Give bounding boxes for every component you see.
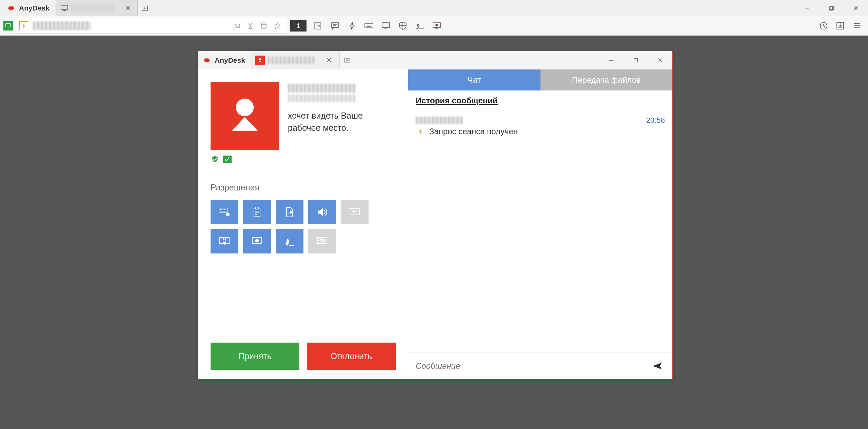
popup-tab-close-icon[interactable]: ✕ <box>324 56 334 65</box>
request-left-pane: хочет видеть Ваше рабочее место. Разреше… <box>198 69 408 379</box>
history-icon[interactable] <box>816 18 831 33</box>
tab-chat[interactable]: Чат <box>408 69 540 90</box>
whiteboard-icon[interactable] <box>412 18 427 33</box>
main-toolbar: 1 <box>0 16 868 36</box>
popup-window-controls <box>599 51 672 69</box>
popup-close-button[interactable] <box>648 51 672 69</box>
popup-app-name: AnyDesk <box>215 56 245 64</box>
monitor-verified-icon <box>223 155 232 164</box>
incoming-request-popup: AnyDesk ✕ хочет видеть <box>198 51 673 380</box>
svg-point-6 <box>261 23 266 25</box>
disconnect-icon[interactable] <box>311 18 326 33</box>
svg-rect-26 <box>223 240 226 242</box>
accept-button[interactable]: Принять <box>211 343 299 370</box>
shield-icon[interactable] <box>395 18 410 33</box>
message-time: 23:58 <box>646 116 665 125</box>
main-window-titlebar: AnyDesk ✕ <box>0 0 868 16</box>
svg-rect-25 <box>220 238 229 244</box>
action-buttons: Принять Отклонить <box>211 343 396 370</box>
disk-icon[interactable] <box>259 21 268 30</box>
popup-logo: AnyDesk <box>198 56 250 65</box>
anydesk-logo-icon <box>203 56 213 65</box>
address-bar[interactable] <box>15 18 286 34</box>
session-tab[interactable]: ✕ <box>56 0 138 16</box>
permission-vpn-button[interactable] <box>341 200 369 224</box>
popup-minimize-button[interactable] <box>599 51 624 69</box>
tab-file-transfer[interactable]: Передача файлов <box>540 69 673 90</box>
maximize-button[interactable] <box>819 0 844 16</box>
requester-id-obscured <box>288 95 356 102</box>
svg-rect-9 <box>365 24 373 28</box>
user-badge-icon <box>255 56 265 65</box>
chat-input-bar <box>408 352 672 379</box>
chat-history-header: История сообщений <box>408 90 672 110</box>
chat-icon[interactable] <box>328 18 342 33</box>
popup-tab-label-obscured <box>268 57 315 64</box>
permission-record-button[interactable] <box>243 229 271 253</box>
chat-input[interactable] <box>416 361 645 371</box>
message-sender-obscured <box>416 117 463 124</box>
permission-lock-button[interactable] <box>211 229 238 253</box>
menu-icon[interactable] <box>850 18 865 33</box>
new-tab-button[interactable] <box>138 1 152 15</box>
connection-status-icon <box>3 21 13 30</box>
chat-tabs: Чат Передача файлов <box>408 69 672 90</box>
monitor-icon <box>61 5 68 11</box>
remote-address-obscured <box>33 21 91 30</box>
anydesk-logo-icon <box>7 3 17 13</box>
trust-status-row <box>211 155 396 164</box>
hourglass-icon[interactable] <box>246 21 255 30</box>
svg-rect-20 <box>219 208 227 213</box>
svg-rect-0 <box>61 5 68 10</box>
requester-avatar <box>211 82 279 150</box>
svg-rect-10 <box>382 23 390 27</box>
permission-file-button[interactable] <box>276 200 303 224</box>
svg-rect-4 <box>6 24 11 27</box>
permission-clipboard-button[interactable] <box>243 200 271 224</box>
session-request-icon <box>416 127 425 136</box>
permission-audio-button[interactable] <box>308 200 336 224</box>
send-button[interactable] <box>651 359 665 373</box>
permissions-title: Разрешения <box>211 183 396 192</box>
download-icon[interactable] <box>833 18 848 33</box>
close-window-button[interactable] <box>844 0 868 16</box>
app-name: AnyDesk <box>19 4 50 12</box>
popup-titlebar[interactable]: AnyDesk ✕ <box>198 51 672 69</box>
display-icon[interactable] <box>378 18 393 33</box>
anydesk-logo: AnyDesk <box>3 3 54 13</box>
session-badge-icon <box>19 21 28 30</box>
svg-point-12 <box>436 24 438 26</box>
tab-label-obscured <box>72 5 116 12</box>
window-controls <box>795 0 868 16</box>
popup-tab[interactable]: ✕ <box>250 51 340 69</box>
close-tab-icon[interactable]: ✕ <box>124 4 133 13</box>
star-icon[interactable] <box>273 21 282 30</box>
svg-point-28 <box>255 239 259 242</box>
message-text: Запрос сеанса получен <box>429 127 518 136</box>
svg-rect-8 <box>332 23 338 27</box>
display-number-badge[interactable]: 1 <box>290 20 307 32</box>
chat-history-body: 23:58 Запрос сеанса получен <box>408 110 672 352</box>
permissions-grid <box>211 200 373 253</box>
permission-privacy-button[interactable] <box>308 229 336 253</box>
svg-point-18 <box>236 99 254 116</box>
popup-maximize-button[interactable] <box>624 51 648 69</box>
record-icon[interactable] <box>429 18 444 33</box>
request-right-pane: Чат Передача файлов История сообщений 23… <box>408 69 672 379</box>
keyboard-icon[interactable] <box>361 18 376 33</box>
svg-point-21 <box>226 213 230 216</box>
permission-input-button[interactable] <box>211 200 238 224</box>
requester-name-obscured <box>288 84 356 93</box>
request-text-line2: рабочее место. <box>288 122 396 134</box>
forbid-icon[interactable] <box>232 21 241 30</box>
chat-history-title: История сообщений <box>416 96 498 105</box>
minimize-button[interactable] <box>795 0 819 16</box>
permission-draw-button[interactable] <box>276 229 303 253</box>
svg-rect-17 <box>634 59 637 62</box>
popup-new-tab-button[interactable] <box>340 53 355 68</box>
svg-point-15 <box>259 58 261 60</box>
reject-button[interactable]: Отклонить <box>307 343 396 370</box>
identity-verified-icon <box>211 155 219 164</box>
request-text-line1: хочет видеть Ваше <box>288 109 396 122</box>
actions-icon[interactable] <box>344 18 359 33</box>
